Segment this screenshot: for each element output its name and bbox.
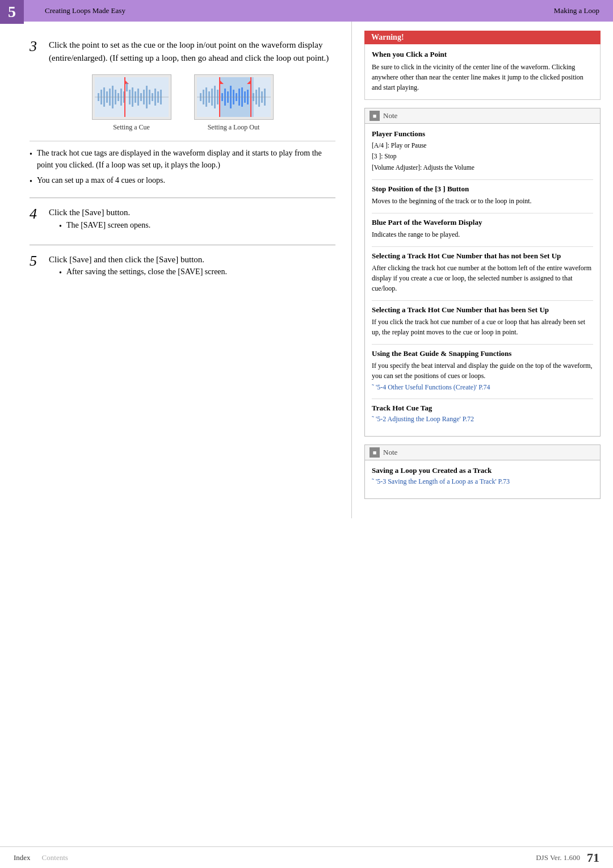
note1-blue-part: Blue Part of the Waveform Display Indica… (372, 218, 593, 240)
cue-label: Setting a Cue (113, 123, 150, 132)
page-header: 5 Creating Loops Made Easy Making a Loop (0, 0, 613, 22)
note1-blue-body: Indicates the range to be played. (372, 229, 593, 240)
footer-right: DJS Ver. 1.600 71 (536, 850, 599, 865)
note1-player-title: Player Functions (372, 129, 593, 139)
note-box-2: ■ Note Saving a Loop you Created as a Tr… (364, 445, 601, 499)
warning-content: When you Click a Point Be sure to click … (364, 44, 601, 100)
setting-cue-box: Setting a Cue (92, 74, 171, 132)
bullet-section: • The track hot cue tags are displayed i… (30, 141, 335, 187)
step-5-dot: • (59, 267, 62, 279)
svg-rect-13 (126, 83, 128, 91)
note1-player-line2: [Volume Adjuster]: Adjusts the Volume (372, 163, 593, 173)
note1-track-hot-link: ˜ '5-2 Adjusting the Loop Range' P.72 (372, 415, 593, 423)
setting-cue-image (92, 74, 171, 120)
step-4-number: 4 (30, 206, 45, 223)
step-4-subbullet: • The [SAVE] screen opens. (59, 219, 335, 232)
note-content-2: Saving a Loop you Created as a Track ˜ '… (365, 460, 600, 498)
note1-beenset-title: Selecting a Track Hot Cue Number that ha… (372, 305, 593, 315)
note-label-1: Note (383, 111, 397, 120)
note-header-1: ■ Note (365, 108, 600, 124)
step-3: 3 Click the point to set as the cue or t… (30, 39, 335, 64)
step-5-text: Click [Save] and then click the [Save] b… (49, 253, 335, 266)
bullet-text-1: The track hot cue tags are displayed in … (37, 147, 335, 171)
bullet-item-1: • The track hot cue tags are displayed i… (30, 147, 335, 171)
left-column: 3 Click the point to set as the cue or t… (0, 22, 352, 518)
footer-version: DJS Ver. 1.600 (536, 853, 580, 862)
note1-notset-title: Selecting a Track Hot Cue Number that ha… (372, 251, 593, 261)
note-icon-1: ■ (370, 111, 380, 121)
note1-beenset-body: If you click the track hot cue number of… (372, 317, 593, 337)
step-4-subbullet-text: The [SAVE] screen opens. (66, 219, 150, 231)
loop-out-box: Setting a Loop Out (194, 74, 274, 132)
warning-header: Warning! (364, 31, 601, 44)
step-5-number: 5 (30, 253, 45, 270)
note2-saving-loop: Saving a Loop you Created as a Track ˜ '… (372, 466, 593, 486)
note1-selecting-notset: Selecting a Track Hot Cue Number that ha… (372, 251, 593, 293)
loop-out-label: Setting a Loop Out (208, 123, 260, 132)
divider-1 (30, 198, 335, 198)
footer-left: Index Contents (14, 853, 68, 862)
bullet-text-2: You can set up a max of 4 cues or loops. (37, 174, 165, 186)
footer-contents[interactable]: Contents (42, 853, 68, 862)
note2-saving-title: Saving a Loop you Created as a Track (372, 466, 593, 475)
right-column: Warning! When you Click a Point Be sure … (352, 22, 613, 518)
note-header-2: ■ Note (365, 445, 600, 460)
cue-images-row: Setting a Cue (30, 74, 335, 132)
warning-title: When you Click a Point (372, 50, 593, 59)
note1-stop-title: Stop Position of the [3 ] Button (372, 184, 593, 194)
warning-label: Warning! (371, 33, 404, 42)
footer-index[interactable]: Index (14, 853, 31, 862)
step-5-subbullet: • After saving the settings, close the [… (59, 266, 335, 279)
note1-divider-3 (372, 246, 593, 247)
warning-body: Be sure to click in the vicinity of the … (372, 62, 593, 93)
header-right-text: Making a Loop (554, 6, 599, 15)
note1-track-hot: Track Hot Cue Tag ˜ '5-2 Adjusting the L… (372, 404, 593, 423)
step-5: 5 Click [Save] and then click the [Save]… (30, 253, 335, 282)
page-footer: Index Contents DJS Ver. 1.600 71 (0, 846, 613, 868)
note2-saving-link: ˜ '5-3 Saving the Length of a Loop as a … (372, 477, 593, 486)
note1-notset-body: After clicking the track hot cue number … (372, 263, 593, 293)
step-4-text: Click the [Save] button. (49, 206, 335, 219)
bullet-dot-2: • (30, 175, 32, 187)
note1-player-line1: [3 ]: Stop (372, 152, 593, 161)
note1-blue-title: Blue Part of the Waveform Display (372, 218, 593, 227)
note1-player-line0: [A/4 ]: Play or Pause (372, 141, 593, 150)
note1-divider-1 (372, 179, 593, 180)
note-icon-2: ■ (370, 447, 380, 458)
header-left-text: Creating Loops Made Easy (45, 6, 125, 15)
note1-beat-title: Using the Beat Guide & Snapping Function… (372, 349, 593, 358)
note1-divider-4 (372, 300, 593, 301)
step-4-dot: • (59, 220, 62, 232)
note-label-2: Note (383, 448, 397, 457)
note1-beat-link: ˜ '5-4 Other Useful Functions (Create)' … (372, 383, 593, 392)
step-4: 4 Click the [Save] button. • The [SAVE] … (30, 206, 335, 234)
footer-page: 71 (587, 850, 599, 865)
note-box-1: ■ Note Player Functions [A/4 ]: Play or … (364, 108, 601, 437)
warning-box: Warning! When you Click a Point Be sure … (364, 31, 601, 100)
note1-divider-2 (372, 213, 593, 213)
note1-beat-body: If you specify the beat interval and dis… (372, 360, 593, 381)
note1-track-hot-title: Track Hot Cue Tag (372, 404, 593, 413)
note1-stop-position: Stop Position of the [3 ] Button Moves t… (372, 184, 593, 206)
divider-2 (30, 245, 335, 245)
note1-divider-5 (372, 344, 593, 345)
bullet-item-2: • You can set up a max of 4 cues or loop… (30, 174, 335, 187)
step-3-text: Click the point to set as the cue or the… (49, 39, 335, 64)
main-layout: 3 Click the point to set as the cue or t… (0, 22, 613, 518)
step-5-subbullet-text: After saving the settings, close the [SA… (66, 266, 227, 278)
step-3-number: 3 (30, 39, 45, 55)
note1-beat-guide: Using the Beat Guide & Snapping Function… (372, 349, 593, 392)
bullet-dot-1: • (30, 148, 32, 160)
note1-stop-body: Moves to the beginning of the track or t… (372, 196, 593, 206)
note1-player-functions: Player Functions [A/4 ]: Play or Pause [… (372, 129, 593, 173)
note-content-1: Player Functions [A/4 ]: Play or Pause [… (365, 124, 600, 436)
loop-out-image (194, 74, 274, 120)
chapter-number: 5 (0, 0, 24, 24)
note1-divider-6 (372, 399, 593, 399)
note1-selecting-beenset: Selecting a Track Hot Cue Number that ha… (372, 305, 593, 337)
